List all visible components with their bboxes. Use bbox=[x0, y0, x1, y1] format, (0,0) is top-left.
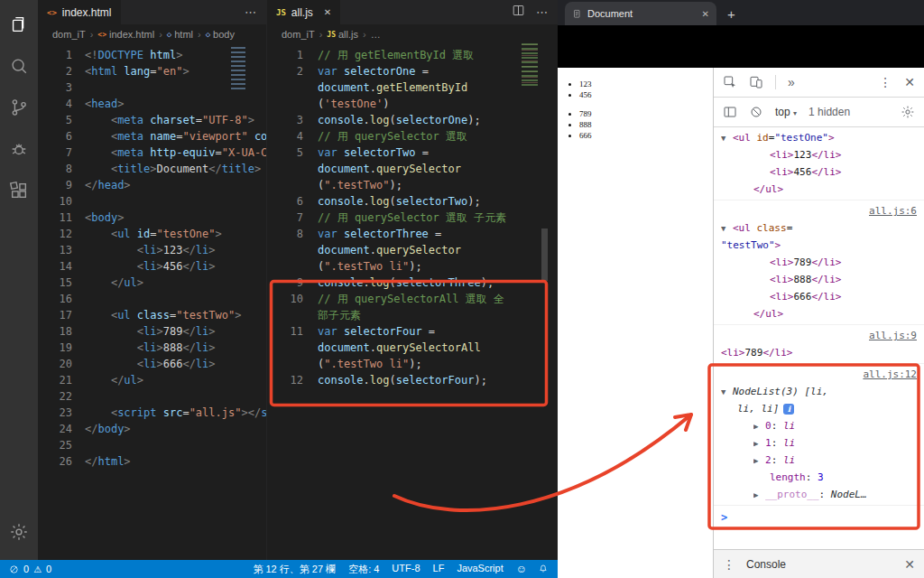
editor-group-js: JS all.js ✕ ⋯ dom_iT›JSall.js›… 1// 用 ge… bbox=[266, 0, 558, 560]
code-token: > bbox=[137, 276, 143, 289]
more-panels-icon[interactable]: » bbox=[788, 75, 795, 89]
browser-tab-document[interactable]: Document ✕ bbox=[565, 2, 716, 25]
hidden-messages-label[interactable]: 1 hidden bbox=[808, 106, 850, 118]
breadcrumb-item[interactable]: dom_iT bbox=[52, 29, 86, 40]
code-token: selectorFour bbox=[344, 325, 422, 338]
expand-arrow-icon[interactable]: ▶ bbox=[753, 487, 765, 503]
errors-icon bbox=[9, 564, 19, 574]
tab-index-html[interactable]: <> index.html bbox=[38, 0, 121, 24]
minimap[interactable] bbox=[231, 47, 245, 92]
code-token: querySelector bbox=[376, 244, 461, 256]
code-token: var bbox=[318, 325, 337, 338]
code-token: ); bbox=[481, 276, 494, 289]
indent-size[interactable]: 空格: 4 bbox=[348, 563, 379, 576]
console-source-link[interactable]: all.js:12 bbox=[863, 368, 917, 380]
code-token: li bbox=[196, 244, 208, 256]
line-number bbox=[267, 161, 318, 177]
expand-arrow-icon[interactable]: ▶ bbox=[753, 418, 765, 434]
line-number: 9 bbox=[267, 275, 318, 291]
line-number: 11 bbox=[267, 323, 318, 340]
code-line: 26</html> bbox=[38, 453, 266, 470]
code-line: 25 bbox=[38, 437, 266, 453]
code-token: > bbox=[124, 179, 130, 191]
expand-arrow-icon[interactable]: ▼ bbox=[721, 220, 733, 237]
code-line: document.getElementById bbox=[267, 79, 558, 96]
breadcrumb-separator-icon: › bbox=[363, 29, 366, 40]
code-token: li bbox=[143, 244, 156, 256]
console-prompt[interactable]: > bbox=[714, 506, 924, 527]
code-token: charset bbox=[143, 114, 196, 126]
console-token: <li> bbox=[770, 291, 794, 303]
code-token: console bbox=[318, 195, 364, 208]
symbol-icon: ◇ bbox=[206, 30, 210, 39]
language-mode[interactable]: JavaScript bbox=[457, 563, 503, 576]
console-toolbar: top ▾ 1 hidden bbox=[714, 98, 924, 127]
explorer-icon[interactable] bbox=[0, 4, 38, 45]
split-editor-icon[interactable] bbox=[512, 4, 525, 21]
search-icon[interactable] bbox=[0, 45, 38, 87]
more-actions-icon[interactable]: ⋯ bbox=[536, 5, 549, 19]
code-token: querySelectorAll bbox=[376, 341, 481, 354]
info-icon[interactable]: i bbox=[783, 404, 794, 415]
code-line: 15 </ul> bbox=[38, 275, 266, 291]
console-entry: ▼<ul id="testOne"><li>123</li><li>456</l… bbox=[714, 127, 924, 200]
scrollbar[interactable] bbox=[541, 228, 548, 281]
devtools-menu-icon[interactable]: ⋮ bbox=[879, 75, 892, 89]
extensions-icon[interactable] bbox=[0, 170, 38, 211]
code-token: </ bbox=[182, 260, 195, 273]
problems-indicator[interactable]: 0 ⚠ 0 bbox=[9, 564, 51, 574]
code-line: document.querySelector bbox=[267, 242, 558, 258]
tab-close-icon[interactable]: ✕ bbox=[702, 9, 709, 19]
code-token: "en" bbox=[157, 65, 183, 78]
inspect-element-icon[interactable] bbox=[723, 75, 737, 89]
console-settings-gear-icon[interactable] bbox=[901, 105, 915, 119]
feedback-smiley-icon[interactable]: ☺ bbox=[516, 563, 527, 575]
expand-arrow-icon[interactable]: ▼ bbox=[721, 130, 733, 146]
breadcrumb-separator-icon: › bbox=[159, 29, 162, 40]
end-of-line[interactable]: LF bbox=[433, 563, 445, 576]
tab-all-js[interactable]: JS all.js ✕ bbox=[267, 0, 340, 24]
breadcrumb-item[interactable]: body bbox=[213, 29, 235, 40]
cursor-position[interactable]: 第 12 行、第 27 欄 bbox=[253, 563, 336, 576]
new-tab-button[interactable]: + bbox=[727, 6, 735, 22]
run-debug-icon[interactable] bbox=[0, 128, 38, 170]
editor1-code[interactable]: 1<!DOCTYPE html>2<html lang="en">34<head… bbox=[38, 45, 266, 560]
tab-close-icon[interactable]: ✕ bbox=[324, 7, 331, 17]
notifications-bell-icon[interactable] bbox=[538, 564, 549, 574]
editor2-code[interactable]: 1// 用 getElementById 選取2var selectorOne … bbox=[267, 45, 558, 560]
source-control-icon[interactable] bbox=[0, 87, 38, 128]
drawer-close-icon[interactable]: ✕ bbox=[904, 557, 915, 572]
expand-arrow-icon[interactable]: ▶ bbox=[753, 435, 765, 452]
drawer-menu-icon[interactable]: ⋮ bbox=[723, 557, 735, 572]
code-token: = bbox=[415, 146, 428, 159]
breadcrumb-item[interactable]: all.js bbox=[338, 29, 358, 40]
code-token: var bbox=[318, 146, 337, 159]
encoding[interactable]: UTF-8 bbox=[392, 563, 420, 576]
settings-gear-icon[interactable] bbox=[0, 511, 38, 553]
console-sidebar-icon[interactable] bbox=[723, 105, 737, 119]
code-token bbox=[85, 228, 111, 240]
console-token: 2 bbox=[765, 454, 772, 466]
breadcrumb-item[interactable]: … bbox=[371, 29, 381, 40]
breadcrumb-item[interactable]: dom_iT bbox=[282, 29, 315, 40]
expand-arrow-icon[interactable]: ▶ bbox=[753, 452, 765, 469]
code-token: ); bbox=[409, 260, 421, 273]
code-line: (".testTwo"); bbox=[267, 177, 558, 193]
devtools-close-icon[interactable]: ✕ bbox=[904, 75, 915, 89]
devtools-panel: » ⋮ ✕ top ▾ 1 hidden bbox=[713, 68, 924, 578]
code-token: li bbox=[196, 260, 208, 273]
expand-arrow-icon[interactable]: ▼ bbox=[721, 384, 733, 400]
code-token: . bbox=[364, 195, 370, 208]
console-source-link[interactable]: all.js:6 bbox=[869, 205, 917, 217]
code-line: 18 <li>789</li> bbox=[38, 323, 266, 340]
code-line: 11var selectorFour = bbox=[267, 323, 558, 340]
device-toolbar-icon[interactable] bbox=[749, 75, 763, 89]
console-source-link[interactable]: all.js:9 bbox=[869, 330, 917, 341]
breadcrumb-item[interactable]: html bbox=[174, 29, 193, 40]
minimap[interactable] bbox=[522, 43, 538, 87]
context-selector[interactable]: top ▾ bbox=[775, 106, 797, 118]
code-line: 部子元素 bbox=[267, 307, 558, 323]
more-actions-icon[interactable]: ⋯ bbox=[245, 5, 257, 19]
breadcrumb-item[interactable]: index.html bbox=[109, 29, 154, 40]
clear-console-icon[interactable] bbox=[749, 105, 763, 119]
